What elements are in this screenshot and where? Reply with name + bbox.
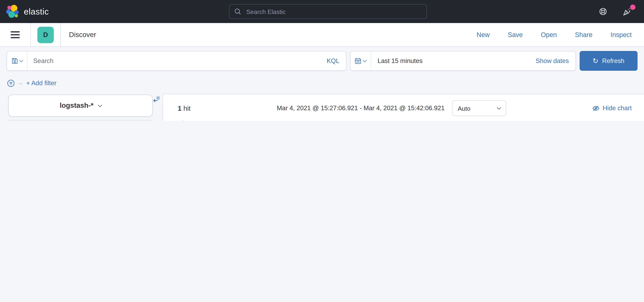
brand[interactable]: elastic — [0, 5, 49, 19]
chevron-down-icon — [19, 58, 23, 62]
chart-time-range: Mar 4, 2021 @ 15:27:06.921 - Mar 4, 2021… — [277, 104, 445, 112]
divider — [30, 23, 31, 47]
header-actions: NewSaveOpenShareInspect — [476, 23, 644, 47]
hit-count-number: 1 — [178, 104, 182, 112]
search-input[interactable] — [28, 52, 320, 70]
query-bar: KQL Last 15 minutes Show dates ↻ Refresh — [0, 47, 644, 75]
results-panel: 1 hit Mar 4, 2021 @ 15:27:06.921 - Mar 4… — [162, 94, 644, 121]
global-search[interactable] — [229, 4, 427, 19]
calendar-icon — [355, 58, 362, 64]
search-input-group: KQL — [6, 51, 346, 71]
kql-switch[interactable]: KQL — [320, 52, 346, 70]
page-title: Discover — [69, 31, 96, 39]
refresh-label: Refresh — [602, 57, 624, 65]
time-range-display[interactable]: Last 15 minutes — [371, 52, 529, 70]
fields-sidebar: logstash-* Filter by type 0 Available fi… — [0, 91, 162, 121]
hit-count: 1 hit — [168, 104, 191, 112]
kibana-discover-page: elastic — [0, 0, 644, 121]
index-pattern-label: logstash-* — [60, 102, 94, 110]
discover-app-badge[interactable]: D — [38, 27, 54, 43]
chevron-down-icon — [497, 105, 501, 109]
newsfeed-icon[interactable] — [622, 7, 632, 16]
global-search-input[interactable] — [246, 8, 422, 16]
filter-bar: – + Add filter — [0, 75, 644, 91]
search-icon — [234, 8, 242, 15]
add-filter-link[interactable]: + Add filter — [26, 79, 56, 87]
refresh-button[interactable]: ↻ Refresh — [580, 51, 638, 71]
hit-count-label: hit — [184, 104, 191, 112]
date-picker-group: Last 15 minutes Show dates — [350, 51, 576, 71]
brand-name: elastic — [24, 7, 49, 17]
app-header-bar: D Discover NewSaveOpenShareInspect — [0, 23, 644, 47]
action-new[interactable]: New — [476, 31, 490, 39]
chevron-down-icon — [363, 58, 367, 62]
y-tick-max: 1 — [174, 119, 184, 121]
help-icon[interactable] — [598, 7, 608, 16]
saved-query-button[interactable] — [7, 52, 28, 70]
action-save[interactable]: Save — [508, 31, 523, 39]
action-open[interactable]: Open — [541, 31, 557, 39]
field-search[interactable] — [8, 120, 153, 121]
results-header: 1 hit Mar 4, 2021 @ 15:27:06.921 - Mar 4… — [168, 99, 639, 117]
eye-slash-icon — [592, 105, 600, 112]
collapse-sidebar-icon[interactable] — [153, 95, 160, 105]
filter-icon[interactable] — [7, 79, 15, 87]
calendar-button[interactable] — [350, 52, 371, 70]
top-bar-icons — [598, 0, 644, 23]
chevron-down-icon — [98, 103, 102, 107]
global-top-bar: elastic — [0, 0, 644, 23]
save-icon — [12, 58, 18, 64]
show-dates-link[interactable]: Show dates — [529, 52, 576, 70]
elastic-logo-icon — [6, 5, 20, 19]
notification-dot — [630, 4, 636, 10]
interval-select[interactable]: Auto — [452, 100, 506, 116]
hide-chart-link[interactable]: Hide chart — [592, 104, 639, 112]
histogram-chart: Count 1 0 15:28:0015:29:0015:30:0015:31:… — [168, 119, 639, 121]
action-inspect[interactable]: Inspect — [610, 31, 632, 39]
menu-icon[interactable] — [11, 31, 20, 38]
interval-value: Auto — [458, 105, 470, 112]
filter-dash: – — [19, 80, 22, 86]
index-pattern-selector[interactable]: logstash-* — [8, 95, 153, 117]
hide-chart-label: Hide chart — [602, 104, 632, 112]
divider — [60, 23, 61, 47]
refresh-icon: ↻ — [592, 57, 598, 64]
content-area: logstash-* Filter by type 0 Available fi… — [0, 91, 644, 121]
action-share[interactable]: Share — [575, 31, 592, 39]
